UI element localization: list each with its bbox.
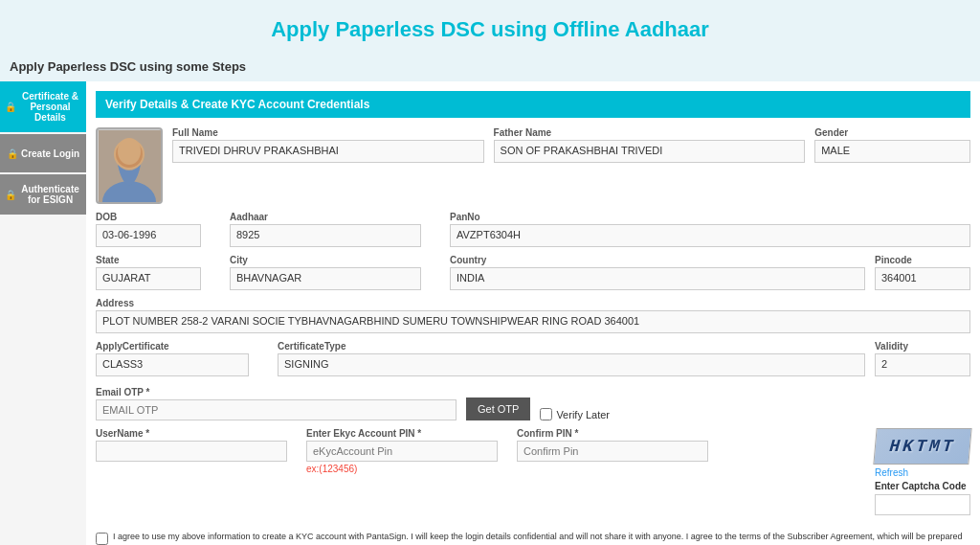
dob-value: 03-06-1996: [96, 224, 201, 247]
section-header: Verify Details & Create KYC Account Cred…: [96, 91, 970, 118]
verify-later-label: Verify Later: [556, 409, 610, 420]
aadhaar-label: Aadhaar: [230, 212, 421, 222]
certificate-type-value: SIGNING: [278, 353, 865, 376]
sidebar-item-label-3: Authenticate for ESIGN: [19, 184, 81, 205]
email-otp-label: Email OTP *: [96, 387, 457, 397]
apply-certificate-value: CLASS3: [96, 353, 249, 376]
agreement-text: I agree to use my above information to c…: [113, 531, 970, 545]
country-label: Country: [450, 255, 865, 265]
verify-later-area: Verify Later: [540, 408, 610, 420]
ekyc-pin-input[interactable]: [306, 441, 498, 462]
lock-icon: 🔒: [5, 102, 16, 112]
captcha-input[interactable]: [875, 494, 970, 515]
sidebar-item-certificate[interactable]: 🔒 Certificate & Personal Details: [0, 81, 86, 132]
profile-photo: [96, 127, 163, 204]
state-value: GUJARAT: [96, 267, 201, 290]
sidebar-item-create-login[interactable]: 🔒 Create Login: [0, 134, 86, 172]
panno-value: AVZPT6304H: [450, 224, 970, 247]
agreement-checkbox[interactable]: [96, 533, 108, 545]
state-label: State: [96, 255, 201, 265]
profile-photo-area: [96, 127, 163, 204]
username-label: UserName *: [96, 428, 287, 439]
apply-certificate-label: ApplyCertificate: [96, 341, 249, 352]
pincode-value: 364001: [875, 267, 970, 290]
ekyc-pin-label: Enter Ekyc Account PIN *: [306, 428, 498, 439]
refresh-link[interactable]: Refresh: [875, 467, 908, 478]
validity-value: 2: [875, 353, 970, 376]
captcha-image: HKTMT: [873, 428, 971, 465]
verify-later-checkbox[interactable]: [540, 408, 552, 420]
captcha-label: Enter Captcha Code: [875, 481, 967, 491]
get-otp-button[interactable]: Get OTP: [466, 397, 530, 420]
city-value: BHAVNAGAR: [230, 267, 421, 290]
address-value: PLOT NUMBER 258-2 VARANI SOCIE TYBHAVNAG…: [96, 310, 970, 333]
email-otp-input[interactable]: [96, 399, 457, 420]
address-label: Address: [96, 298, 970, 308]
city-label: City: [230, 255, 421, 265]
confirm-pin-label: Confirm PIN *: [517, 428, 708, 439]
father-name-label: Father Name: [494, 127, 806, 138]
panno-label: PanNo: [450, 212, 970, 222]
gender-label: Gender: [814, 127, 970, 138]
svg-point-4: [118, 138, 141, 165]
full-name-label: Full Name: [172, 127, 484, 138]
confirm-pin-input[interactable]: [517, 441, 708, 462]
captcha-area: HKTMT Refresh Enter Captcha Code: [875, 428, 970, 515]
lock-icon-2: 🔒: [7, 148, 18, 159]
country-value: INDIA: [450, 267, 865, 290]
dob-label: DOB: [96, 212, 201, 222]
pincode-label: Pincode: [875, 255, 970, 265]
content-area: Verify Details & Create KYC Account Cred…: [86, 81, 980, 545]
username-input[interactable]: 9727771693@MOBILE.PANTASIGN: [96, 441, 287, 462]
page-title: Apply Paperless DSC using Offline Aadhaa…: [0, 0, 980, 52]
page-subtitle: Apply Paperless DSC using some Steps: [0, 52, 980, 81]
sidebar-item-authenticate[interactable]: 🔒 Authenticate for ESIGN: [0, 174, 86, 215]
gender-value: MALE: [814, 140, 970, 163]
sidebar-item-label-2: Create Login: [21, 148, 79, 159]
sidebar: 🔒 Certificate & Personal Details 🔒 Creat…: [0, 81, 86, 545]
father-name-value: SON OF PRAKASHBHAI TRIVEDI: [494, 140, 806, 163]
full-name-value: TRIVEDI DHRUV PRAKASHBHAI: [172, 140, 484, 163]
lock-icon-3: 🔒: [5, 190, 16, 200]
certificate-type-label: CertificateType: [278, 341, 865, 352]
aadhaar-value: 8925: [230, 224, 421, 247]
ekyc-pin-hint: ex:(123456): [306, 464, 498, 474]
sidebar-item-label: Certificate & Personal Details: [19, 91, 81, 123]
validity-label: Validity: [875, 341, 970, 352]
